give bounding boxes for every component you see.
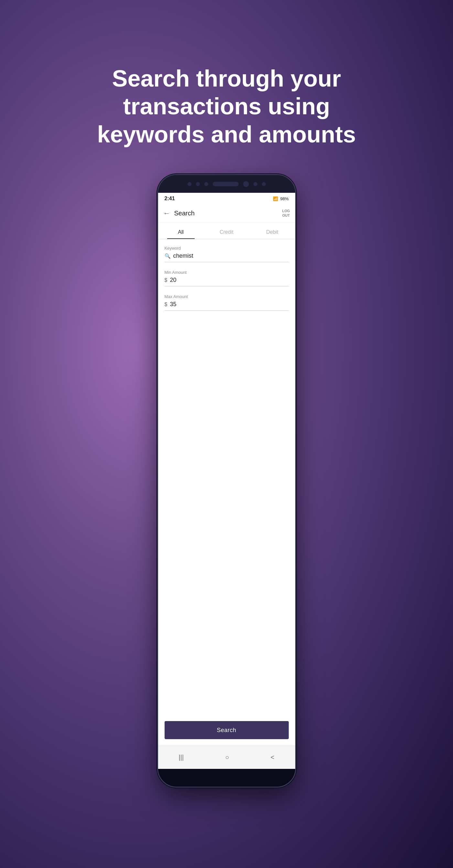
phone-bottom-bar xyxy=(158,769,295,786)
max-amount-input-row[interactable]: $ 35 xyxy=(165,301,289,311)
page-title: Search xyxy=(174,210,282,217)
status-icons: 📶 98% xyxy=(273,196,288,201)
min-amount-field-group: Min Amount $ 20 xyxy=(165,270,289,286)
min-amount-prefix: $ xyxy=(165,277,168,283)
camera-dot-2 xyxy=(196,182,200,186)
tabs-row: All Credit Debit xyxy=(158,222,295,239)
camera-pill xyxy=(213,182,238,186)
front-camera xyxy=(243,181,249,187)
search-button[interactable]: Search xyxy=(165,721,289,739)
tab-credit[interactable]: Credit xyxy=(204,229,249,239)
search-icon: 🔍 xyxy=(165,253,171,259)
search-button-wrap: Search xyxy=(158,716,295,746)
wifi-icon: 📶 xyxy=(273,196,278,201)
logout-button[interactable]: LOGOUT xyxy=(282,209,290,217)
battery-label: 98% xyxy=(280,196,288,201)
keyword-label: Keyword xyxy=(165,246,289,251)
min-amount-input-row[interactable]: $ 20 xyxy=(165,277,289,286)
tab-debit[interactable]: Debit xyxy=(249,229,295,239)
keyword-input-row[interactable]: 🔍 chemist xyxy=(165,252,289,262)
app-header: ← Search LOGOUT xyxy=(158,205,295,222)
min-amount-label: Min Amount xyxy=(165,270,289,275)
min-amount-value: 20 xyxy=(170,277,176,283)
back-button[interactable]: ← xyxy=(163,209,170,218)
hero-heading: Search through your transactions using k… xyxy=(81,65,372,148)
nav-recent-icon[interactable]: ||| xyxy=(179,754,184,761)
camera-dot-3 xyxy=(204,182,208,186)
phone-mockup: 2:41 📶 98% ← Search LOGOUT All Credit De… xyxy=(157,174,296,787)
tab-all[interactable]: All xyxy=(158,229,204,239)
max-amount-label: Max Amount xyxy=(165,294,289,299)
max-amount-prefix: $ xyxy=(165,302,168,307)
camera-dot-5 xyxy=(262,182,266,186)
max-amount-field-group: Max Amount $ 35 xyxy=(165,294,289,311)
status-bar: 2:41 📶 98% xyxy=(158,193,295,205)
keyword-field-group: Keyword 🔍 chemist xyxy=(165,246,289,262)
keyword-value: chemist xyxy=(173,252,193,259)
nav-home-icon[interactable]: ○ xyxy=(225,754,229,761)
nav-back-icon[interactable]: < xyxy=(271,754,275,761)
camera-dot-4 xyxy=(254,182,257,186)
form-area: Keyword 🔍 chemist Min Amount $ 20 Max Am… xyxy=(158,239,295,716)
max-amount-value: 35 xyxy=(170,301,176,308)
nav-bar: ||| ○ < xyxy=(158,746,295,769)
phone-screen: 2:41 📶 98% ← Search LOGOUT All Credit De… xyxy=(158,193,295,769)
camera-dot-1 xyxy=(188,182,191,186)
camera-bar xyxy=(158,175,295,193)
status-time: 2:41 xyxy=(165,196,175,202)
